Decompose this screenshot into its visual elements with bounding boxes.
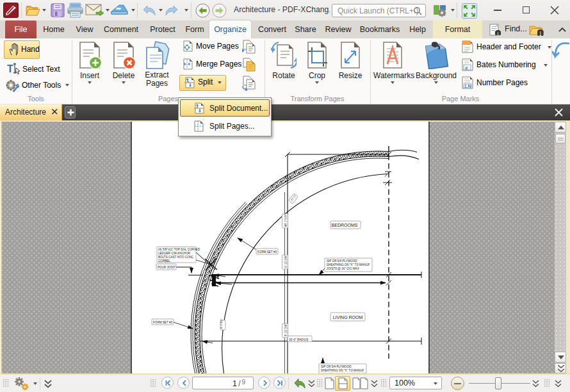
svg-text:8'-2 3/4": 8'-2 3/4"	[220, 318, 223, 329]
svg-text:#: #	[465, 65, 468, 71]
svg-text:SHEATHING ON "X" TJI MANUF: SHEATHING ON "X" TJI MANUF	[321, 369, 364, 372]
svg-text:JOISTS @ 16" O/C MAX: JOISTS @ 16" O/C MAX	[327, 267, 359, 270]
svg-text:16'-0" RADIUS: 16'-0" RADIUS	[289, 338, 308, 341]
svg-text:9'-10 3/4": 9'-10 3/4"	[284, 255, 288, 268]
svg-text:POUR JOINT: POUR JOINT	[158, 266, 175, 269]
svg-text:SIP OR 5/4 PLYWOOD: SIP OR 5/4 PLYWOOD	[327, 259, 357, 263]
svg-text:BEDROOMS: BEDROOMS	[332, 223, 358, 227]
svg-text:8'-10 3/4": 8'-10 3/4"	[284, 323, 288, 336]
svg-text:FORM SET #3: FORM SET #3	[257, 250, 277, 254]
svg-text:T: T	[7, 63, 13, 74]
svg-text:LIVING ROOM: LIVING ROOM	[333, 315, 363, 320]
svg-text:1.N: 1.N	[464, 84, 471, 88]
svg-text:(4) 5/8"x11" TOP SGL CURVED: (4) 5/8"x11" TOP SGL CURVED	[158, 248, 200, 251]
svg-text:SIP OR 5/4 PLYWOOD: SIP OR 5/4 PLYWOOD	[321, 365, 352, 368]
svg-text:LEDGER C/W ANCHOR: LEDGER C/W ANCHOR	[158, 252, 191, 255]
svg-text:48'-7 5/8": 48'-7 5/8"	[284, 214, 288, 227]
svg-text:FORM SET #3: FORM SET #3	[153, 321, 172, 324]
svg-text:CORBEL: CORBEL	[158, 259, 170, 263]
svg-text:BOLTS CAST INTO CONC: BOLTS CAST INTO CONC	[158, 256, 194, 259]
svg-text:SHEATHING ON "X" TJI MANUF: SHEATHING ON "X" TJI MANUF	[327, 263, 370, 266]
